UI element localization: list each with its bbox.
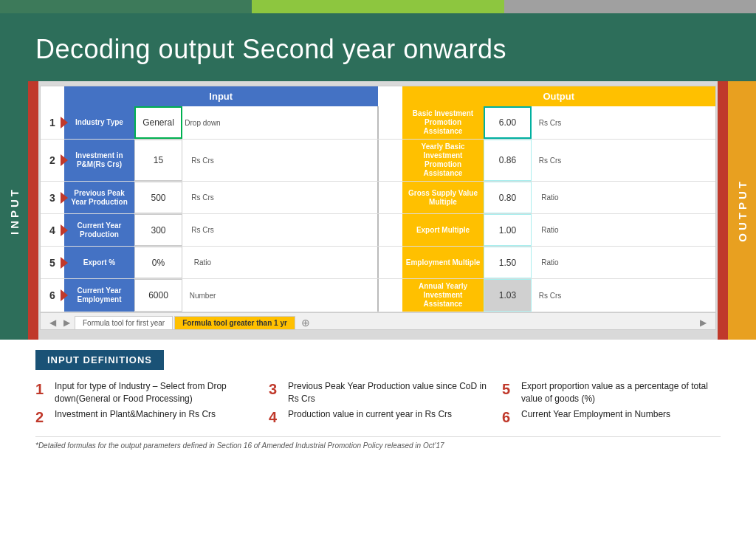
row-number-left-6: 6 xyxy=(41,279,64,312)
row-number-left-4: 4 xyxy=(41,214,64,246)
output-label-1: Basic Investment Promotion Assistance xyxy=(402,106,484,139)
red-strip-left xyxy=(28,81,38,340)
arrow-right-1 xyxy=(61,117,68,128)
arrow-right-2 xyxy=(61,154,68,166)
input-section-6: Current Year Employment 6000 Number xyxy=(64,279,379,312)
output-unit-1: Rs Crs xyxy=(532,106,568,139)
top-bar-green xyxy=(0,0,252,13)
output-value-6: 1.03 xyxy=(484,279,532,312)
output-section-6: Annual Yearly Investment Assistance 1.03… xyxy=(402,279,715,312)
input-value-4[interactable]: 300 xyxy=(134,214,182,246)
def-text-5: Export proportion value as a percentage … xyxy=(521,380,721,405)
table-row: 2 Investment in P&M(Rs Crs) 15 Rs Crs Ye… xyxy=(41,140,715,182)
arrow-right-5 xyxy=(61,257,68,269)
tab-formula-gt-1yr[interactable]: Formula tool greater than 1 yr xyxy=(174,316,295,329)
def-text-6: Current Year Employment in Numbers xyxy=(521,408,670,421)
top-bar-gray xyxy=(504,0,756,13)
output-unit-3: Ratio xyxy=(532,182,568,213)
output-label-3: Gross Supply Value Multiple xyxy=(402,182,484,213)
input-value-6[interactable]: 6000 xyxy=(134,279,182,312)
input-label-6: Current Year Employment xyxy=(64,279,134,312)
output-label-5: Employment Multiple xyxy=(402,247,484,278)
input-section-5: Export % 0% Ratio xyxy=(64,247,379,278)
input-value-2[interactable]: 15 xyxy=(134,140,182,181)
bottom-content: INPUT DEFINITIONS 1 Input for type of In… xyxy=(0,340,756,456)
red-strip-right xyxy=(718,81,728,340)
output-section-1: Basic Investment Promotion Assistance 6.… xyxy=(402,106,715,139)
table-row: 3 Previous Peak Year Production 500 Rs C… xyxy=(41,182,715,214)
def-text-2: Investment in Plant&Machinery in Rs Crs xyxy=(55,408,216,421)
top-bar-lime xyxy=(252,0,504,13)
input-value-5[interactable]: 0% xyxy=(134,247,182,278)
input-unit-4: Rs Crs xyxy=(182,214,223,246)
tab-nav-right[interactable]: ▶ xyxy=(697,317,709,328)
input-value-3[interactable]: 500 xyxy=(134,182,182,213)
row-number-left-2: 2 xyxy=(41,140,64,181)
header-section: Decoding output Second year onwards xyxy=(0,13,756,81)
input-section-3: Previous Peak Year Production 500 Rs Crs xyxy=(64,182,379,213)
definition-item: 1 Input for type of Industry – Select fr… xyxy=(35,380,254,405)
row-number-left-3: 3 xyxy=(41,182,64,213)
input-label-3: Previous Peak Year Production xyxy=(64,182,134,213)
arrow-right-4 xyxy=(61,224,68,236)
output-unit-5: Ratio xyxy=(532,247,568,278)
output-unit-4: Ratio xyxy=(532,214,568,246)
row-number-left-1: 1 xyxy=(41,106,64,139)
row-number-left-5: 5 xyxy=(41,247,64,278)
tab-nav-prev[interactable]: ◀ xyxy=(47,317,59,328)
table-row: 1 Industry Type General Drop down Basic … xyxy=(41,106,715,140)
row-number-right-2 xyxy=(379,140,402,181)
output-section-3: Gross Supply Value Multiple 0.80 Ratio xyxy=(402,182,715,213)
input-unit-5: Ratio xyxy=(182,247,223,278)
input-section-2: Investment in P&M(Rs Crs) 15 Rs Crs xyxy=(64,140,379,181)
output-value-3: 0.80 xyxy=(484,182,532,213)
output-section-2: Yearly Basic Investment Promotion Assist… xyxy=(402,140,715,181)
table-row: 5 Export % 0% Ratio Employment Multiple … xyxy=(41,247,715,279)
definitions-header: INPUT DEFINITIONS xyxy=(35,350,164,370)
tab-nav-next[interactable]: ▶ xyxy=(61,317,73,328)
definition-item: 6 Current Year Employment in Numbers xyxy=(502,408,721,426)
output-label: OUTPUT xyxy=(736,179,749,242)
spreadsheet-rows: 1 Industry Type General Drop down Basic … xyxy=(41,106,715,312)
def-text-3: Previous Peak Year Production value sinc… xyxy=(288,380,487,405)
table-row: 4 Current Year Production 300 Rs Crs Exp… xyxy=(41,214,715,247)
arrow-right-3 xyxy=(61,192,68,204)
output-label-2: Yearly Basic Investment Promotion Assist… xyxy=(402,140,484,181)
output-value-2: 0.86 xyxy=(484,140,532,181)
output-header: Output xyxy=(402,86,716,106)
input-label-1: Industry Type xyxy=(64,106,134,139)
input-unit-1: Drop down xyxy=(182,106,223,139)
def-num-6: 6 xyxy=(502,408,515,426)
tab-add-icon[interactable]: ⊕ xyxy=(297,317,315,329)
tab-bar: ◀ ▶ Formula tool for first year Formula … xyxy=(41,312,715,329)
side-label-right: OUTPUT xyxy=(728,81,756,340)
def-num-1: 1 xyxy=(35,380,49,398)
spreadsheet: Input Output 1 Industry Type General Dro… xyxy=(40,86,716,330)
output-value-1: 6.00 xyxy=(484,106,532,139)
arrow-right-6 xyxy=(61,289,68,301)
input-section-4: Current Year Production 300 Rs Crs xyxy=(64,214,379,246)
row-number-right-4 xyxy=(379,214,402,246)
output-unit-6: Rs Crs xyxy=(532,279,568,312)
def-num-4: 4 xyxy=(269,408,282,426)
input-header: Input xyxy=(64,86,379,106)
input-label-2: Investment in P&M(Rs Crs) xyxy=(64,140,134,181)
def-num-3: 3 xyxy=(269,380,282,398)
input-unit-6: Number xyxy=(182,279,223,312)
row-number-right-1 xyxy=(379,106,402,139)
output-value-4: 1.00 xyxy=(484,214,532,246)
definition-item: 2 Investment in Plant&Machinery in Rs Cr… xyxy=(35,408,254,426)
output-unit-2: Rs Crs xyxy=(532,140,568,181)
main-content: INPUT Input Output 1 Industry Type Gener… xyxy=(0,81,756,340)
tab-formula-first-year[interactable]: Formula tool for first year xyxy=(75,316,173,329)
row-number-right-5 xyxy=(379,247,402,278)
spreadsheet-container: Input Output 1 Industry Type General Dro… xyxy=(28,81,728,340)
output-section-5: Employment Multiple 1.50 Ratio xyxy=(402,247,715,278)
definitions-grid: 1 Input for type of Industry – Select fr… xyxy=(35,380,721,426)
input-value-1[interactable]: General xyxy=(134,106,182,139)
input-label-5: Export % xyxy=(64,247,134,278)
input-unit-3: Rs Crs xyxy=(182,182,223,213)
output-section-4: Export Multiple 1.00 Ratio xyxy=(402,214,715,246)
definition-item: 5 Export proportion value as a percentag… xyxy=(502,380,721,405)
spreadsheet-header: Input Output xyxy=(41,86,715,106)
